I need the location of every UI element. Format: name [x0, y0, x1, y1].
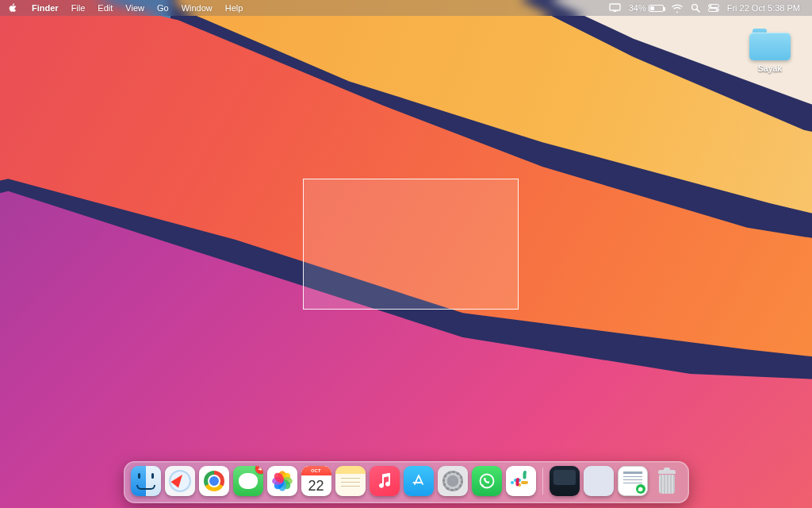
finder-icon — [131, 466, 161, 496]
wifi-icon[interactable] — [672, 4, 683, 13]
dock-separator — [542, 468, 543, 495]
dock-app-appstore[interactable] — [404, 466, 434, 496]
dock-wrap: 4 OCT 22 — [0, 461, 812, 503]
chrome-icon — [204, 471, 224, 491]
dock-app-safari[interactable] — [165, 466, 195, 496]
menu-go[interactable]: Go — [157, 3, 169, 13]
menu-help[interactable]: Help — [225, 3, 243, 13]
dock-minimized-window[interactable] — [550, 466, 580, 496]
selection-marquee — [303, 179, 519, 310]
desktop-folder[interactable]: Sayak — [742, 29, 798, 73]
calendar-month-label: OCT — [301, 466, 331, 475]
slack-icon — [511, 471, 530, 491]
appstore-icon — [412, 474, 426, 488]
whatsapp-icon — [478, 472, 496, 490]
svg-rect-0 — [610, 4, 620, 10]
dock-recent-desktops[interactable] — [584, 466, 614, 496]
messages-badge: 4 — [255, 466, 263, 474]
dock-app-chrome[interactable] — [199, 466, 229, 496]
screen-mirroring-icon[interactable] — [609, 3, 621, 13]
menu-window[interactable]: Window — [182, 3, 213, 13]
control-center-icon[interactable] — [708, 4, 719, 12]
menu-app-name[interactable]: Finder — [32, 3, 59, 13]
dock-app-messages[interactable]: 4 — [233, 466, 263, 496]
svg-point-6 — [715, 9, 718, 11]
dock-trash[interactable] — [652, 466, 682, 496]
dock-app-photos[interactable] — [267, 466, 297, 496]
desktop-folder-label: Sayak — [742, 64, 798, 73]
svg-point-4 — [709, 5, 711, 7]
photos-icon — [271, 471, 293, 492]
battery-status[interactable]: 34% — [629, 3, 664, 13]
battery-icon — [649, 5, 664, 12]
menu-file[interactable]: File — [71, 3, 86, 13]
dock-app-music[interactable] — [370, 466, 400, 496]
safari-icon — [169, 470, 191, 492]
dock-app-notes[interactable] — [335, 466, 366, 496]
dock-app-slack[interactable] — [506, 466, 536, 496]
apple-menu-icon[interactable] — [8, 3, 17, 13]
menu-view[interactable]: View — [125, 3, 144, 13]
dock-app-whatsapp[interactable] — [472, 466, 502, 496]
notes-icon — [341, 478, 360, 490]
messages-icon — [239, 473, 258, 489]
menu-bar: Finder File Edit View Go Window Help 34%… — [0, 0, 812, 16]
dock-app-calendar[interactable]: OCT 22 — [301, 466, 331, 496]
whatsapp-badge-icon — [636, 484, 645, 494]
dock-app-settings[interactable] — [438, 466, 468, 496]
folder-icon — [749, 29, 791, 60]
trash-icon — [657, 470, 677, 494]
dock: 4 OCT 22 — [124, 461, 689, 503]
spotlight-icon[interactable] — [691, 3, 700, 13]
calendar-day-label: 22 — [301, 475, 331, 496]
music-icon — [378, 473, 391, 489]
gear-icon — [442, 471, 463, 491]
menu-clock[interactable]: Fri 22 Oct 5:38 PM — [727, 3, 800, 13]
menu-edit[interactable]: Edit — [98, 3, 113, 13]
svg-line-2 — [696, 10, 699, 12]
battery-percent-label: 34% — [629, 3, 646, 13]
dock-recent-document[interactable] — [618, 466, 648, 496]
dock-app-finder[interactable] — [131, 466, 161, 496]
